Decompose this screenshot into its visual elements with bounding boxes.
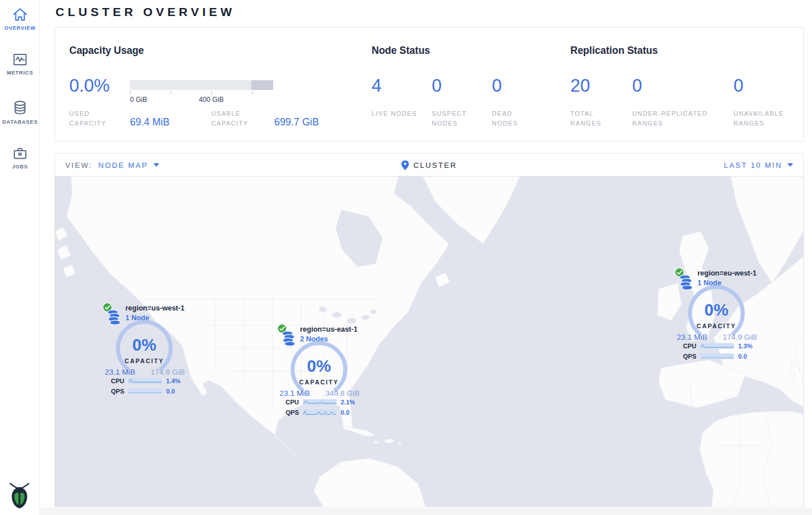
node-map-card: VIEW: NODE MAP CLUSTER LAST 10 MIN — [54, 153, 804, 507]
cpu-sparkline — [128, 378, 162, 384]
usable-capacity-label: USABLE CAPACITY — [211, 109, 257, 128]
stat-suspect-nodes: 0 SUSPECT NODES — [432, 76, 442, 96]
sidebar: OVERVIEW METRICS DATABASES — [0, 0, 40, 515]
time-range-dropdown[interactable]: LAST 10 MIN — [724, 154, 793, 176]
cockroachdb-logo — [7, 481, 31, 512]
capacity-percent: 0% — [277, 357, 361, 376]
capacity-label: CAPACITY — [103, 357, 186, 364]
capacity-used: 23.1 MiB — [105, 368, 135, 376]
qps-row: QPS 0.0 — [675, 353, 760, 360]
sidebar-item-databases[interactable]: DATABASES — [0, 100, 40, 125]
chevron-down-icon — [787, 163, 793, 167]
region-name: region=us-west-1 — [125, 304, 184, 312]
node-status-title: Node Status — [372, 45, 430, 57]
capacity-percent: 0.0% — [69, 76, 110, 96]
qps-sparkline — [128, 388, 162, 394]
map-pin-icon — [401, 160, 409, 170]
capacity-percent: 0% — [675, 301, 758, 320]
capacity-tick-400: 400 GiB — [194, 96, 228, 104]
sidebar-item-jobs[interactable]: JOBS — [0, 146, 40, 170]
capacity-percent: 0% — [103, 336, 186, 355]
cpu-sparkline — [303, 399, 337, 405]
stat-under-replicated-ranges: 0 UNDER-REPLICATED RANGES — [632, 76, 642, 96]
usable-capacity-value: 699.7 GiB — [274, 116, 319, 128]
map-toolbar: VIEW: NODE MAP CLUSTER LAST 10 MIN — [55, 154, 803, 176]
qps-sparkline — [700, 353, 734, 359]
used-capacity-value: 69.4 MiB — [130, 116, 170, 128]
region-marker-eu-west-1: region=eu-west-1 1 Node 0% CAPACITY 23.1… — [675, 268, 760, 365]
cpu-row: CPU 2.1% — [277, 399, 363, 406]
capacity-used: 23.1 MiB — [279, 389, 310, 398]
home-icon — [12, 7, 28, 23]
capacity-total: 174.9 GiB — [723, 333, 757, 341]
cluster-summary-card: Capacity Usage 0.0% 0 GiB 400 GiB USED C… — [54, 27, 804, 141]
sidebar-item-label: DATABASES — [0, 119, 40, 125]
stat-unavailable-ranges: 0 UNAVAILABLE RANGES — [734, 76, 743, 96]
briefcase-icon — [12, 146, 28, 162]
databases-icon — [12, 100, 28, 117]
sidebar-item-label: METRICS — [0, 70, 40, 76]
breadcrumb-cluster: CLUSTER — [413, 161, 457, 170]
metrics-icon — [12, 52, 28, 68]
cpu-row: CPU 1.3% — [675, 343, 760, 349]
sidebar-item-metrics[interactable]: METRICS — [0, 52, 40, 76]
qps-sparkline — [303, 410, 337, 415]
capacity-label: CAPACITY — [277, 379, 361, 386]
sidebar-item-label: JOBS — [0, 164, 40, 170]
replication-status-title: Replication Status — [570, 45, 658, 57]
stat-total-ranges: 20 TOTAL RANGES — [570, 76, 590, 96]
page-footer-strip — [41, 508, 812, 515]
world-map: region=us-west-1 1 Node 0% CAPACITY 23.1… — [55, 176, 803, 507]
capacity-total: 174.9 GiB — [151, 368, 185, 376]
breadcrumb: CLUSTER — [55, 154, 803, 176]
qps-row: QPS 0.0 — [277, 409, 363, 416]
capacity-label: CAPACITY — [675, 323, 758, 329]
region-marker-us-west-1: region=us-west-1 1 Node 0% CAPACITY 23.1… — [103, 302, 188, 400]
capacity-tick-0: 0 GiB — [130, 96, 147, 104]
qps-row: QPS 0.0 — [103, 388, 188, 395]
sidebar-item-overview[interactable]: OVERVIEW — [0, 7, 40, 31]
capacity-total: 349.8 GiB — [325, 389, 360, 398]
capacity-used: 23.1 MiB — [677, 333, 707, 341]
region-name: region=eu-west-1 — [697, 269, 756, 277]
cpu-sparkline — [700, 343, 734, 349]
cpu-row: CPU 1.4% — [103, 378, 188, 384]
stat-dead-nodes: 0 DEAD NODES — [492, 76, 502, 96]
stat-live-nodes: 4 LIVE NODES — [372, 76, 381, 96]
capacity-bar — [130, 80, 273, 90]
capacity-bar-segment — [251, 80, 273, 90]
region-name: region=us-east-1 — [300, 325, 357, 333]
capacity-usage-title: Capacity Usage — [69, 45, 144, 57]
sidebar-item-label: OVERVIEW — [0, 25, 40, 31]
page-title: CLUSTER OVERVIEW — [56, 5, 235, 19]
region-marker-us-east-1: region=us-east-1 2 Nodes 0% CAPACITY 23.… — [277, 324, 363, 421]
used-capacity-label: USED CAPACITY — [69, 109, 115, 128]
